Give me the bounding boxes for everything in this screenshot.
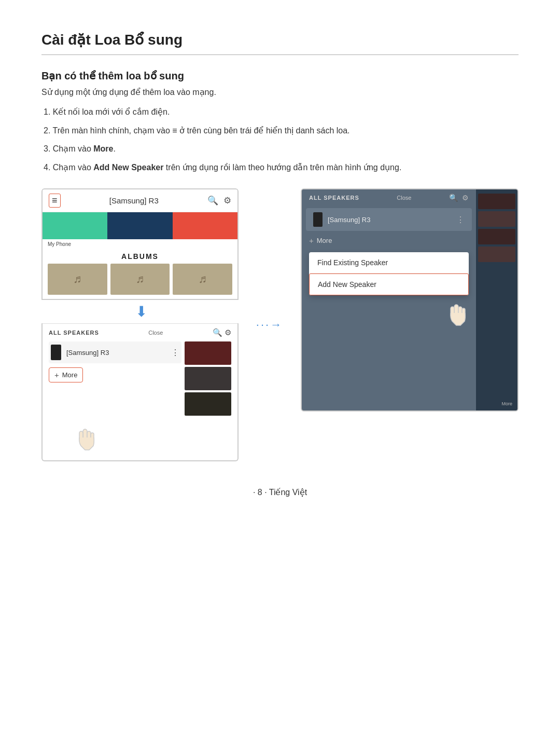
speaker-list-area: [Samsung] R3 ⋮ + More bbox=[49, 341, 181, 416]
bg-strips: [Samsung] R3 ⋮ + More bbox=[49, 341, 231, 416]
right-inner: ALL SPEAKERS Close 🔍 ⚙ [Samsung] R3 ⋮ + … bbox=[302, 189, 476, 331]
right-settings-icon[interactable]: ⚙ bbox=[462, 194, 469, 202]
right-side-strip-4 bbox=[478, 247, 515, 262]
intro-text: Sử dụng một ứng dụng để thêm loa vào mạn… bbox=[41, 87, 519, 97]
speaker-menu-icon[interactable]: ⋮ bbox=[171, 348, 179, 358]
right-all-speakers: ALL SPEAKERS bbox=[309, 195, 359, 201]
step-2: 2. Trên màn hình chính, chạm vào ≡ ở trê… bbox=[41, 124, 519, 138]
right-icons: 🔍 ⚙ bbox=[449, 194, 469, 202]
settings-icon[interactable]: ⚙ bbox=[223, 195, 231, 206]
speakers-header: ALL SPEAKERS Close 🔍 ⚙ bbox=[49, 328, 231, 337]
color-bar bbox=[43, 212, 237, 239]
settings-icon-2[interactable]: ⚙ bbox=[225, 328, 231, 337]
add-new-speaker-item[interactable]: Add New Speaker bbox=[309, 273, 469, 295]
arrow-right-icon: ···→ bbox=[256, 318, 283, 332]
album-tile-2: ♬ bbox=[110, 264, 170, 295]
side-more-text: More bbox=[478, 401, 515, 406]
speaker-panel-icons: 🔍 ⚙ bbox=[213, 328, 231, 337]
left-panel: ≡ [Samsung] R3 🔍 ⚙ My Phone ALBUMS ♬ ♬ ♬ bbox=[41, 188, 239, 461]
right-speaker-device-icon bbox=[313, 212, 323, 227]
right-close[interactable]: Close bbox=[397, 195, 411, 201]
album-tile-3: ♬ bbox=[173, 264, 232, 295]
step-4: 4. Chạm vào Add New Speaker trên ứng dụn… bbox=[41, 161, 519, 174]
left-top-section: ≡ [Samsung] R3 🔍 ⚙ My Phone ALBUMS ♬ ♬ ♬ bbox=[41, 188, 239, 300]
right-speaker-menu-icon[interactable]: ⋮ bbox=[456, 215, 465, 225]
right-more-button[interactable]: + More bbox=[302, 233, 476, 248]
strip-1 bbox=[185, 341, 231, 365]
left-bottom-section: ALL SPEAKERS Close 🔍 ⚙ [Samsung] R3 ⋮ bbox=[41, 323, 239, 461]
step-3: 3. Chạm vào More. bbox=[41, 142, 519, 156]
hand-area-left bbox=[43, 424, 237, 460]
section-heading: Bạn có thể thêm loa bổ sung bbox=[41, 70, 519, 82]
dropdown-menu: Find Existing Speaker Add New Speaker bbox=[309, 252, 469, 295]
right-side-strip-1 bbox=[478, 194, 515, 209]
phone-title: [Samsung] R3 bbox=[109, 196, 159, 205]
arrow-down: ⬇ bbox=[41, 303, 239, 320]
speaker-name-label: [Samsung] R3 bbox=[66, 349, 166, 357]
right-speaker-name: [Samsung] R3 bbox=[328, 216, 451, 224]
steps-list: 1. Kết nối loa mới với ổ cắm điện. 2. Tr… bbox=[41, 105, 519, 174]
color-bar-2 bbox=[107, 212, 172, 239]
album-tiles: ♬ ♬ ♬ bbox=[43, 264, 237, 295]
search-icon-2[interactable]: 🔍 bbox=[213, 328, 222, 337]
illustrations: ≡ [Samsung] R3 🔍 ⚙ My Phone ALBUMS ♬ ♬ ♬ bbox=[41, 188, 519, 461]
strip-2 bbox=[185, 367, 231, 390]
album-tile-1: ♬ bbox=[48, 264, 107, 295]
right-search-icon[interactable]: 🔍 bbox=[449, 194, 458, 202]
right-strip-area bbox=[185, 341, 231, 416]
page-title: Cài đặt Loa Bổ sung bbox=[41, 31, 519, 55]
speaker-item-1: [Samsung] R3 ⋮ bbox=[49, 341, 181, 363]
more-btn-wrapper: + More bbox=[49, 367, 181, 382]
step-1: 1. Kết nối loa mới với ổ cắm điện. bbox=[41, 105, 519, 119]
strip-3 bbox=[185, 392, 231, 416]
hamburger-icon[interactable]: ≡ bbox=[49, 194, 61, 208]
arrow-right: ···→ bbox=[254, 318, 285, 332]
right-top-bar: ALL SPEAKERS Close 🔍 ⚙ bbox=[302, 189, 476, 206]
all-speakers-label: ALL SPEAKERS bbox=[49, 330, 99, 336]
phone-top-bar: ≡ [Samsung] R3 🔍 ⚙ bbox=[43, 189, 237, 212]
right-panel: ALL SPEAKERS Close 🔍 ⚙ [Samsung] R3 ⋮ + … bbox=[301, 188, 519, 412]
hand-pointer-right bbox=[445, 299, 471, 331]
color-bar-3 bbox=[173, 212, 237, 239]
right-side-bg: More bbox=[476, 189, 517, 410]
speaker-device-icon bbox=[51, 345, 61, 360]
more-label: More bbox=[62, 371, 78, 379]
right-more-label: More bbox=[317, 237, 332, 244]
close-label[interactable]: Close bbox=[148, 330, 163, 336]
right-speaker-item: [Samsung] R3 ⋮ bbox=[306, 208, 472, 231]
search-icon[interactable]: 🔍 bbox=[207, 195, 218, 206]
right-side-strip-2 bbox=[478, 211, 515, 227]
footer: · 8 · Tiếng Việt bbox=[41, 487, 519, 497]
albums-label: ALBUMS bbox=[43, 247, 237, 264]
side-more-label: More bbox=[478, 400, 515, 406]
footer-text: · 8 · Tiếng Việt bbox=[253, 488, 307, 497]
speakers-panel: ALL SPEAKERS Close 🔍 ⚙ [Samsung] R3 ⋮ bbox=[43, 323, 237, 424]
my-phone-label: My Phone bbox=[43, 239, 237, 247]
right-side-strip-3 bbox=[478, 229, 515, 244]
find-existing-speaker-item[interactable]: Find Existing Speaker bbox=[309, 252, 469, 273]
hand-pointer-left bbox=[74, 424, 100, 455]
plus-icon: + bbox=[54, 371, 59, 379]
top-bar-icons: 🔍 ⚙ bbox=[207, 195, 231, 206]
color-bar-1 bbox=[43, 212, 107, 239]
hand-area-right bbox=[302, 299, 476, 331]
more-button[interactable]: + More bbox=[49, 367, 83, 382]
right-plus-icon: + bbox=[309, 236, 314, 245]
